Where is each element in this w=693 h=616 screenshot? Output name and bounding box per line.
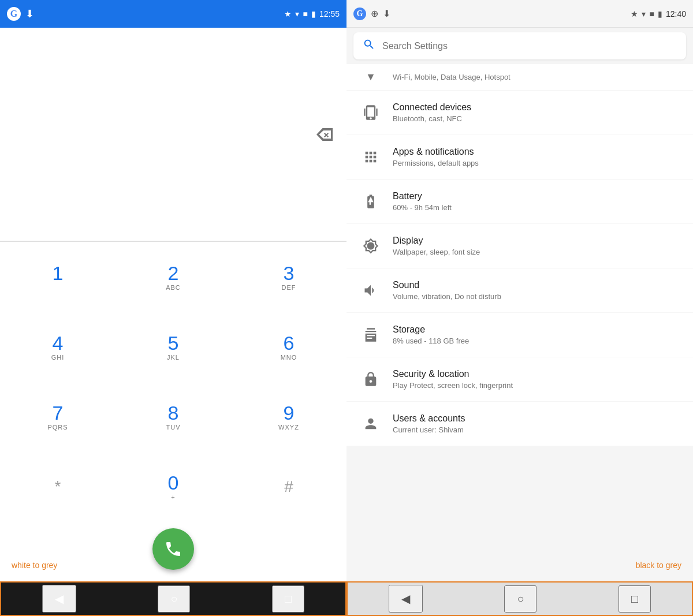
time-left: 12:55 [319,9,340,18]
nav-bar-left: ◀ ○ □ [0,581,346,616]
keypad-row-3: 7 PQRS 8 TUV 9 WXYZ [0,382,346,451]
status-bar-right: G ⊕ ⬇ ★ ▾ ■ ▮ 12:40 [346,0,693,28]
apps-title: Apps & notifications [393,147,681,157]
key-2[interactable]: 2 ABC [116,242,231,312]
security-icon [358,367,383,392]
key-4[interactable]: 4 GHI [0,312,116,382]
key-0[interactable]: 0 + [116,451,231,521]
apps-subtitle: Permissions, default apps [393,159,681,167]
connected-subtitle: Bluetooth, cast, NFC [393,114,681,123]
back-button-left[interactable]: ◀ [42,585,76,613]
network-text: Wi-Fi, Mobile, Data Usage, Hotspot [393,73,681,81]
settings-item-apps[interactable]: Apps & notifications Permissions, defaul… [346,135,693,179]
search-input[interactable] [382,41,677,51]
google-icon-right: G [353,8,366,20]
display-text: Display Wallpaper, sleep, font size [393,236,681,256]
bluetooth-icon: ★ [284,9,292,18]
google-icon: G [7,7,21,21]
battery-subtitle: 60% - 9h 54m left [393,203,681,212]
network-subtitle: Wi-Fi, Mobile, Data Usage, Hotspot [393,73,681,81]
settings-item-display[interactable]: Display Wallpaper, sleep, font size [346,224,693,268]
security-subtitle: Play Protect, screen lock, fingerprint [393,381,681,390]
keypad-row-4: * 0 + # [0,451,346,521]
key-7[interactable]: 7 PQRS [0,382,116,451]
status-bar-left: G ⬇ ★ ▾ ■ ▮ 12:55 [0,0,346,28]
signal-icon: ■ [303,9,307,18]
network-arrow-icon: ▼ [358,71,383,83]
security-title: Security & location [393,369,681,379]
battery-title: Battery [393,191,681,201]
users-title: Users & accounts [393,413,681,424]
key-5[interactable]: 5 JKL [116,312,231,382]
status-right-right: ★ ▾ ■ ▮ 12:40 [631,9,686,18]
key-3[interactable]: 3 DEF [231,242,346,312]
backspace-button[interactable] [312,122,337,147]
call-button[interactable] [152,528,194,570]
search-icon [363,38,375,54]
settings-item-users[interactable]: Users & accounts Current user: Shivam [346,402,693,446]
status-icons-right: G ⊕ ⬇ [353,8,390,20]
battery-icon: ▮ [311,9,316,18]
download-icon-right: ⬇ [383,8,390,19]
battery-settings-icon [358,189,383,214]
keypad-row-1: 1 ... 2 ABC 3 DEF [0,242,346,312]
settings-item-security[interactable]: Security & location Play Protect, screen… [346,357,693,401]
search-bar[interactable] [353,32,686,59]
download-icon: ⬇ [25,8,34,20]
gradient-label-left: white to grey [12,561,57,570]
users-text: Users & accounts Current user: Shivam [393,413,681,434]
sound-subtitle: Volume, vibration, Do not disturb [393,292,681,301]
storage-icon [358,322,383,348]
home-button-left[interactable]: ○ [158,585,190,613]
status-right-left: ★ ▾ ■ ▮ 12:55 [284,9,340,18]
display-icon [358,233,383,259]
nav-bar-right: ◀ ○ □ [346,581,693,616]
users-icon [358,411,383,436]
dialer-keypad: 1 ... 2 ABC 3 DEF 4 GHI 5 JKL 6 [0,241,346,581]
settings-list: ▼ Wi-Fi, Mobile, Data Usage, Hotspot Con… [346,64,693,581]
key-6[interactable]: 6 MNO [231,312,346,382]
apps-text: Apps & notifications Permissions, defaul… [393,147,681,167]
storage-title: Storage [393,324,681,335]
key-9[interactable]: 9 WXYZ [231,382,346,451]
sound-icon [358,278,383,303]
settings-item-sound[interactable]: Sound Volume, vibration, Do not disturb [346,268,693,312]
users-subtitle: Current user: Shivam [393,425,681,434]
left-panel: G ⬇ ★ ▾ ■ ▮ 12:55 1 ... 2 ABC [0,0,346,616]
keypad-row-2: 4 GHI 5 JKL 6 MNO [0,312,346,382]
wifi-icon-right: ▾ [642,9,646,18]
right-panel: G ⊕ ⬇ ★ ▾ ■ ▮ 12:40 ▼ Wi-Fi, Mobile, Dat… [346,0,693,616]
gradient-label-right: black to grey [636,561,681,570]
battery-text: Battery 60% - 9h 54m left [393,191,681,212]
back-button-right[interactable]: ◀ [389,585,423,613]
display-subtitle: Wallpaper, sleep, font size [393,248,681,256]
time-right: 12:40 [666,9,686,18]
settings-item-connected[interactable]: Connected devices Bluetooth, cast, NFC [346,91,693,135]
bluetooth-icon-right: ★ [631,9,638,18]
storage-text: Storage 8% used - 118 GB free [393,324,681,345]
settings-item-network[interactable]: ▼ Wi-Fi, Mobile, Data Usage, Hotspot [346,64,693,90]
storage-subtitle: 8% used - 118 GB free [393,337,681,345]
signal-icon-right: ■ [649,9,654,18]
key-hash[interactable]: # [231,451,346,521]
key-8[interactable]: 8 TUV [116,382,231,451]
key-star[interactable]: * [0,451,116,521]
sound-text: Sound Volume, vibration, Do not disturb [393,280,681,301]
recent-button-left[interactable]: □ [272,585,304,613]
apps-icon [358,144,383,170]
security-text: Security & location Play Protect, screen… [393,369,681,390]
crosshair-icon: ⊕ [371,8,378,19]
settings-item-storage[interactable]: Storage 8% used - 118 GB free [346,313,693,357]
connected-devices-icon [358,100,383,125]
wifi-icon: ▾ [295,9,299,18]
dialer-input-area [0,28,346,241]
battery-icon-right: ▮ [658,9,662,18]
key-1[interactable]: 1 ... [0,242,116,312]
sound-title: Sound [393,280,681,290]
connected-text: Connected devices Bluetooth, cast, NFC [393,102,681,123]
home-button-right[interactable]: ○ [504,585,536,613]
settings-item-battery[interactable]: Battery 60% - 9h 54m left [346,180,693,223]
recent-button-right[interactable]: □ [619,585,651,613]
status-icons-left: G ⬇ [7,7,34,21]
display-title: Display [393,236,681,246]
